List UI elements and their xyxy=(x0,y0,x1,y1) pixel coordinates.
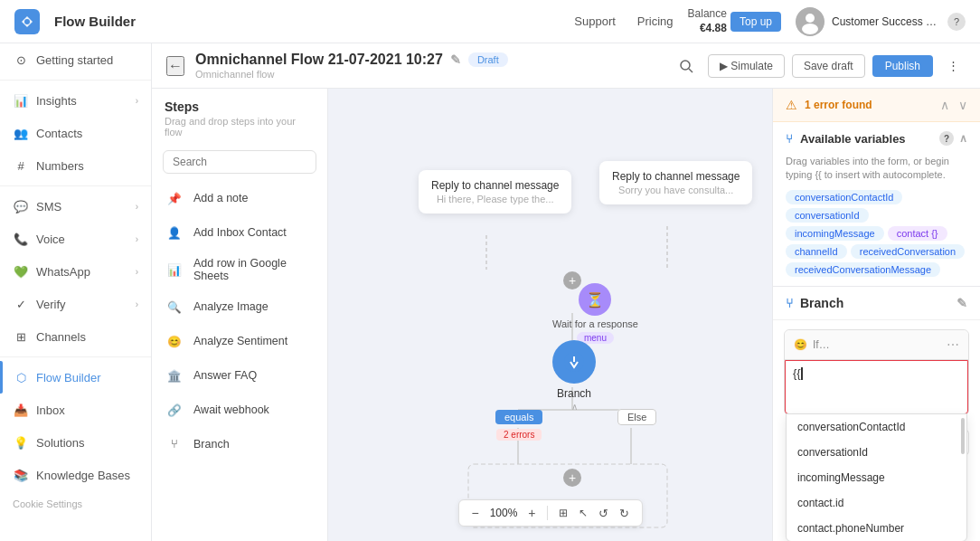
flow-title-text: Omnichannel Flow 21-07-2021 10:27 xyxy=(195,52,443,68)
undo-button[interactable]: ↺ xyxy=(595,505,612,522)
wait-label: Wait for a response xyxy=(552,318,638,329)
if-input-value: {{ xyxy=(793,366,801,380)
analyze-image-icon: 🔍 xyxy=(165,297,184,317)
error-expand-button[interactable]: ∨ xyxy=(958,98,967,112)
dropdown-scrollbar[interactable] xyxy=(961,418,965,454)
reply-node-2[interactable]: Reply to channel message Sorry you have … xyxy=(599,161,752,204)
step-label: Add a note xyxy=(193,192,248,204)
back-button[interactable]: ← xyxy=(166,56,184,76)
sidebar-item-flow-builder[interactable]: ⬡ Flow Builder xyxy=(0,361,151,394)
var-chip-contact[interactable]: contact {} xyxy=(888,226,947,241)
var-chip-receivedConversationMessage[interactable]: receivedConversationMessage xyxy=(786,262,940,277)
var-chip-channelId[interactable]: channelId xyxy=(786,244,847,259)
zoom-in-button[interactable]: + xyxy=(524,504,539,522)
step-analyze-image[interactable]: 🔍 Analyze Image xyxy=(152,289,327,324)
branch-panel-icon: ⑂ xyxy=(786,296,793,310)
variables-header: ⑂ Available variables ? ∧ xyxy=(773,122,980,155)
fit-button[interactable]: ⊞ xyxy=(555,505,571,521)
canvas-search-button[interactable] xyxy=(672,52,701,81)
publish-button[interactable]: Publish xyxy=(872,55,933,77)
zoom-out-button[interactable]: − xyxy=(467,504,482,522)
branch-node[interactable]: Branch ∧ xyxy=(552,340,596,412)
equals-branch[interactable]: equals 2 errors xyxy=(495,410,542,441)
help-button[interactable]: ? xyxy=(947,13,966,31)
top-up-button[interactable]: Top up xyxy=(730,12,781,32)
sidebar-item-solutions[interactable]: 💡 Solutions xyxy=(0,426,151,459)
simulate-button[interactable]: ▶ Simulate xyxy=(708,54,785,78)
bottom-add-button[interactable]: + xyxy=(563,469,581,487)
var-chip-conversationContactId[interactable]: conversationContactId xyxy=(786,190,902,204)
chevron-icon: › xyxy=(136,202,138,212)
sidebar-item-label: Flow Builder xyxy=(36,371,138,384)
canvas-area[interactable]: Reply to channel message Hi there, Pleas… xyxy=(328,89,772,541)
if-input-area[interactable]: {{ conversationContactId conversationId xyxy=(785,360,968,414)
step-add-google-sheets[interactable]: 📊 Add row in Google Sheets xyxy=(152,250,327,289)
sidebar-item-insights[interactable]: 📊 Insights › xyxy=(0,84,151,117)
errors-badge: 2 errors xyxy=(496,429,542,441)
support-link[interactable]: Support xyxy=(574,14,616,28)
variables-collapse-button[interactable]: ∧ xyxy=(959,132,967,145)
toolbar-separator xyxy=(547,506,548,520)
cookie-settings[interactable]: Cookie Settings xyxy=(0,491,151,517)
step-add-note[interactable]: 📌 Add a note xyxy=(152,181,327,215)
navbar: Flow Builder Support Pricing Balance €4.… xyxy=(0,0,980,43)
var-chip-conversationId[interactable]: conversationId xyxy=(786,208,869,223)
step-label: Add Inbox Contact xyxy=(193,226,287,239)
more-options-button[interactable]: ⋮ xyxy=(940,53,966,79)
bottom-add-icon[interactable]: + xyxy=(563,469,581,487)
sidebar-item-numbers[interactable]: # Numbers xyxy=(0,149,151,182)
if-dropdown: conversationContactId conversationId inc… xyxy=(786,413,967,541)
getting-started-icon: ⊙ xyxy=(13,52,29,68)
step-answer-faq[interactable]: 🏛️ Answer FAQ xyxy=(152,358,327,393)
sidebar-item-contacts[interactable]: 👥 Contacts xyxy=(0,117,151,149)
dropdown-item-contact-phone[interactable]: contact.phoneNumber xyxy=(787,516,966,541)
flow-subtitle: Omnichannel flow xyxy=(195,69,661,80)
variable-chips: conversationContactId conversationId inc… xyxy=(773,190,980,286)
sidebar-item-inbox[interactable]: 📥 Inbox xyxy=(0,394,151,426)
var-chip-receivedConversation[interactable]: receivedConversation xyxy=(851,244,965,259)
reply-node-1-title: Reply to channel message xyxy=(431,179,559,192)
search-input[interactable] xyxy=(173,156,308,168)
sidebar-item-channels[interactable]: ⊞ Channels xyxy=(0,320,151,353)
inbox-icon: 📥 xyxy=(13,402,29,418)
dropdown-item-conversationId[interactable]: conversationId xyxy=(787,440,966,465)
else-branch[interactable]: Else xyxy=(617,410,656,423)
nav-links: Support Pricing xyxy=(574,14,673,28)
chevron-icon: › xyxy=(136,234,138,244)
sidebar-item-getting-started[interactable]: ⊙ Getting started xyxy=(0,43,151,76)
var-chip-incomingMessage[interactable]: incomingMessage xyxy=(786,226,884,241)
step-add-inbox-contact[interactable]: 👤 Add Inbox Contact xyxy=(152,215,327,250)
branch-edit-button[interactable]: ✎ xyxy=(956,296,967,310)
steps-search-bar[interactable] xyxy=(163,150,316,174)
wait-node[interactable]: ⏳ Wait for a response menu xyxy=(552,283,638,344)
pricing-link[interactable]: Pricing xyxy=(637,14,674,28)
step-branch[interactable]: ⑂ Branch xyxy=(152,427,327,461)
if-more-button[interactable]: ⋯ xyxy=(947,337,959,352)
sidebar-separator-3 xyxy=(0,356,151,357)
variables-help-button[interactable]: ? xyxy=(939,131,954,146)
edit-icon[interactable]: ✎ xyxy=(450,52,461,67)
collapse-branch-button[interactable]: ∧ xyxy=(571,402,578,412)
app-logo[interactable] xyxy=(14,9,40,34)
step-analyze-sentiment[interactable]: 😊 Analyze Sentiment xyxy=(152,324,327,358)
sidebar-separator-2 xyxy=(0,185,151,186)
contacts-icon: 👥 xyxy=(13,125,29,141)
sidebar-separator xyxy=(0,80,151,81)
sidebar-item-knowledge-bases[interactable]: 📚 Knowledge Bases xyxy=(0,459,151,491)
sidebar-item-whatsapp[interactable]: 💚 WhatsApp › xyxy=(0,255,151,288)
reply-node-1-sub: Hi there, Please type the... xyxy=(431,194,559,204)
save-draft-button[interactable]: Save draft xyxy=(792,54,865,78)
dropdown-item-conversationContactId[interactable]: conversationContactId xyxy=(787,414,966,440)
draft-badge: Draft xyxy=(468,52,508,67)
cursor-button[interactable]: ↖ xyxy=(575,505,591,521)
canvas-connectors xyxy=(328,89,772,541)
redo-button[interactable]: ↻ xyxy=(616,505,633,522)
dropdown-item-contact-id[interactable]: contact.id xyxy=(787,490,966,516)
dropdown-item-incomingMessage[interactable]: incomingMessage xyxy=(787,465,966,490)
sidebar-item-verify[interactable]: ✓ Verify › xyxy=(0,288,151,320)
sidebar-item-sms[interactable]: 💬 SMS › xyxy=(0,190,151,223)
step-await-webhook[interactable]: 🔗 Await webhook xyxy=(152,393,327,427)
reply-node-1[interactable]: Reply to channel message Hi there, Pleas… xyxy=(419,170,571,214)
error-collapse-button[interactable]: ∧ xyxy=(940,98,949,112)
sidebar-item-voice[interactable]: 📞 Voice › xyxy=(0,223,151,255)
